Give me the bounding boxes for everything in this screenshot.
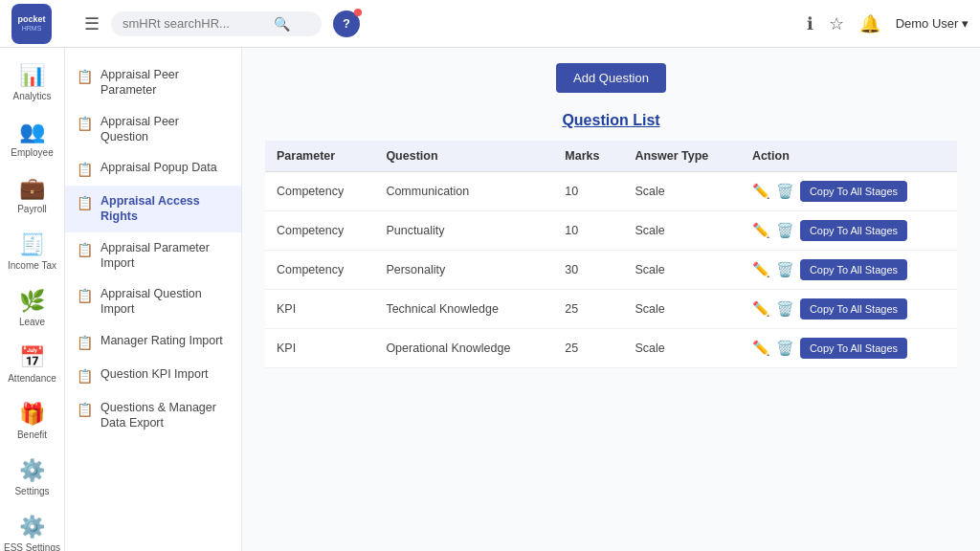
sub-item-label-appraisal-access-rights: Appraisal Access Rights — [100, 193, 230, 225]
appraisal-popup-data-icon: 📋 — [77, 161, 93, 178]
table-row: KPI Technical Knowledge 25 Scale ✏️ 🗑️ C… — [265, 290, 957, 329]
cell-answer-type-0: Scale — [623, 172, 741, 211]
cell-parameter-0: Competency — [265, 172, 374, 211]
sub-item-manager-rating-import[interactable]: 📋Manager Rating Import — [65, 325, 241, 359]
cell-question-0: Communication — [374, 172, 553, 211]
cell-question-1: Punctuality — [374, 211, 553, 251]
sidebar-item-analytics[interactable]: 📊Analytics — [0, 55, 64, 110]
sidebar-item-label-leave: Leave — [19, 317, 45, 328]
sidebar-item-label-attendance: Attendance — [8, 373, 56, 385]
col-question: Question — [374, 141, 553, 172]
cell-marks-0: 10 — [553, 172, 623, 211]
delete-button-4[interactable]: 🗑️ — [776, 340, 794, 357]
cell-action-2: ✏️ 🗑️ Copy To All Stages — [741, 251, 957, 290]
sidebar-item-attendance[interactable]: 📅Attendance — [0, 338, 64, 392]
sidebar-item-income-tax[interactable]: 🧾Income Tax — [0, 225, 64, 279]
col-answer-type: Answer Type — [623, 141, 741, 172]
cell-marks-2: 30 — [553, 251, 623, 290]
income-tax-icon: 🧾 — [19, 232, 45, 257]
table-row: Competency Communication 10 Scale ✏️ 🗑️ … — [265, 172, 957, 211]
sub-item-questions-manager-data-export[interactable]: 📋Questions & Manager Data Export — [65, 392, 241, 439]
help-button[interactable]: ? — [333, 11, 360, 37]
nav-icons: ℹ ☆ 🔔 Demo User ▾ — [807, 13, 969, 34]
sub-item-appraisal-popup-data[interactable]: 📋Appraisal Popup Data — [65, 152, 241, 186]
user-menu[interactable]: Demo User ▾ — [896, 16, 969, 31]
question-table: Parameter Question Marks Answer Type Act… — [265, 141, 957, 368]
cell-marks-3: 25 — [553, 290, 623, 329]
sub-item-question-kpi-import[interactable]: 📋Question KPI Import — [65, 359, 241, 392]
sidebar-item-leave[interactable]: 🌿Leave — [0, 281, 64, 336]
appraisal-access-rights-icon: 📋 — [77, 194, 93, 211]
edit-button-0[interactable]: ✏️ — [752, 183, 770, 200]
analytics-icon: 📊 — [19, 63, 45, 88]
sidebar-item-label-employee: Employee — [11, 147, 53, 159]
copy-button-4[interactable]: Copy To All Stages — [800, 338, 907, 359]
search-input[interactable] — [122, 16, 266, 31]
sidebar-item-label-analytics: Analytics — [12, 91, 51, 102]
sub-item-label-appraisal-parameter-import: Appraisal Parameter Import — [100, 240, 230, 272]
hamburger-icon[interactable]: ☰ — [84, 13, 100, 34]
sub-item-appraisal-question-import[interactable]: 📋Appraisal Question Import — [65, 278, 241, 325]
star-icon[interactable]: ☆ — [829, 13, 844, 34]
sub-item-label-appraisal-peer-parameter: Appraisal Peer Parameter — [100, 67, 230, 99]
sub-item-appraisal-peer-parameter[interactable]: 📋Appraisal Peer Parameter — [65, 59, 241, 106]
cell-answer-type-3: Scale — [623, 290, 741, 329]
delete-button-3[interactable]: 🗑️ — [776, 300, 794, 318]
attendance-icon: 📅 — [19, 345, 45, 370]
ess-settings-icon: ⚙️ — [19, 515, 45, 540]
cell-marks-1: 10 — [553, 211, 623, 251]
copy-button-2[interactable]: Copy To All Stages — [800, 259, 907, 280]
manager-rating-import-icon: 📋 — [77, 334, 93, 351]
appraisal-peer-parameter-icon: 📋 — [77, 68, 93, 85]
sub-item-label-manager-rating-import: Manager Rating Import — [100, 333, 223, 348]
sub-item-label-questions-manager-data-export: Questions & Manager Data Export — [100, 400, 230, 431]
cell-parameter-1: Competency — [265, 211, 374, 251]
sidebar-item-ess-settings[interactable]: ⚙️ESS Settings — [0, 507, 64, 551]
edit-button-1[interactable]: ✏️ — [752, 222, 770, 239]
logo-area: pocket HRMS — [11, 4, 69, 44]
delete-button-0[interactable]: 🗑️ — [776, 183, 794, 200]
sub-item-appraisal-access-rights[interactable]: 📋Appraisal Access Rights — [65, 186, 241, 232]
col-action: Action — [741, 141, 957, 172]
sub-item-appraisal-peer-question[interactable]: 📋Appraisal Peer Question — [65, 106, 241, 153]
employee-icon: 👥 — [19, 120, 45, 144]
delete-button-1[interactable]: 🗑️ — [776, 222, 794, 239]
cell-action-4: ✏️ 🗑️ Copy To All Stages — [741, 329, 957, 368]
cell-action-1: ✏️ 🗑️ Copy To All Stages — [741, 211, 957, 251]
copy-button-1[interactable]: Copy To All Stages — [800, 220, 907, 241]
bell-icon[interactable]: 🔔 — [859, 13, 880, 34]
logo: pocket HRMS — [11, 4, 52, 44]
sub-item-appraisal-parameter-import[interactable]: 📋Appraisal Parameter Import — [65, 232, 241, 279]
appraisal-question-import-icon: 📋 — [77, 287, 93, 304]
sidebar-item-settings[interactable]: ⚙️Settings — [0, 451, 64, 505]
sub-item-label-appraisal-peer-question: Appraisal Peer Question — [100, 114, 230, 145]
table-header-row: Parameter Question Marks Answer Type Act… — [265, 141, 957, 172]
cell-question-3: Technical Knowledge — [374, 290, 553, 329]
info-icon[interactable]: ℹ — [807, 13, 813, 34]
edit-button-3[interactable]: ✏️ — [752, 300, 770, 318]
questions-manager-data-export-icon: 📋 — [77, 401, 93, 418]
sidebar-item-benefit[interactable]: 🎁Benefit — [0, 394, 64, 449]
col-parameter: Parameter — [265, 141, 374, 172]
copy-button-3[interactable]: Copy To All Stages — [800, 298, 907, 320]
main-content: Add Question Question List Parameter Que… — [242, 48, 980, 551]
sidebar-item-payroll[interactable]: 💼Payroll — [0, 168, 64, 223]
edit-button-4[interactable]: ✏️ — [752, 340, 770, 357]
search-icon[interactable]: 🔍 — [274, 16, 290, 32]
edit-button-2[interactable]: ✏️ — [752, 261, 770, 278]
sub-item-label-appraisal-question-import: Appraisal Question Import — [100, 286, 230, 318]
sidebar-item-employee[interactable]: 👥Employee — [0, 112, 64, 166]
notification-dot — [354, 9, 362, 16]
table-row: Competency Personality 30 Scale ✏️ 🗑️ Co… — [265, 251, 957, 290]
sidebar-item-label-benefit: Benefit — [17, 430, 47, 441]
delete-button-2[interactable]: 🗑️ — [776, 261, 794, 278]
cell-action-3: ✏️ 🗑️ Copy To All Stages — [741, 290, 957, 329]
payroll-icon: 💼 — [19, 176, 45, 201]
copy-button-0[interactable]: Copy To All Stages — [800, 181, 907, 202]
sidebar-item-label-payroll: Payroll — [17, 204, 47, 215]
appraisal-peer-question-icon: 📋 — [77, 115, 93, 132]
cell-question-4: Operational Knowledge — [374, 329, 553, 368]
settings-icon: ⚙️ — [19, 458, 45, 483]
add-question-button[interactable]: Add Question — [556, 63, 666, 93]
sidebar-item-label-settings: Settings — [14, 486, 49, 497]
